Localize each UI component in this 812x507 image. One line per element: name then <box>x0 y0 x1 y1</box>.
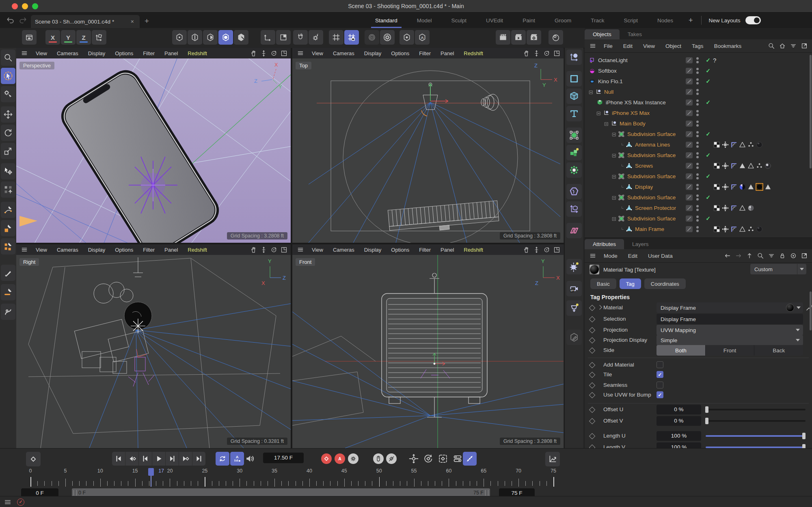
tree-item-iphone-xs-max-instance[interactable]: iPhone XS Max Instance✓ <box>585 97 810 108</box>
chevron-down-icon[interactable] <box>797 264 806 274</box>
goto-start-button[interactable] <box>112 452 125 466</box>
objects-menu-view[interactable]: View <box>638 43 660 49</box>
tag-dots-icon[interactable] <box>747 141 755 149</box>
viewport-menu-icon[interactable] <box>296 50 304 56</box>
viewport-menu-panel[interactable]: Panel <box>160 50 183 56</box>
length-u-slider[interactable] <box>706 435 806 437</box>
snap-settings-button[interactable] <box>309 30 323 45</box>
collapse-icon[interactable] <box>604 121 609 126</box>
lock-panel-icon[interactable] <box>779 252 786 259</box>
visibility-dots-toggle[interactable] <box>696 173 699 179</box>
viewport-front[interactable]: ViewCamerasDisplayOptionsFilterPanelReds… <box>292 244 564 448</box>
viewport-menu-cameras[interactable]: Cameras <box>52 247 83 253</box>
collapse-icon[interactable] <box>612 174 616 179</box>
toggle-single-view-icon[interactable] <box>553 50 560 57</box>
keying-settings-button[interactable] <box>348 453 358 464</box>
previous-frame-button[interactable] <box>139 452 152 466</box>
add-null-object[interactable] <box>566 50 582 65</box>
playback-mode-button[interactable]: A <box>230 452 244 466</box>
tag-ball-sel-icon[interactable] <box>756 183 763 191</box>
dolly-view-icon[interactable] <box>260 246 267 253</box>
tag-ball-dark-icon[interactable] <box>756 225 763 233</box>
visibility-dots-toggle[interactable] <box>696 142 699 148</box>
asset-bucket-button[interactable] <box>22 30 37 45</box>
enabled-check-icon[interactable]: ✓ <box>703 99 713 106</box>
chevron-down-icon[interactable] <box>796 329 803 331</box>
key-scale-toggle[interactable] <box>438 453 448 464</box>
pan-view-icon[interactable] <box>250 50 257 57</box>
orbit-view-icon[interactable] <box>543 246 550 253</box>
animation-diamond-icon[interactable] <box>589 433 596 440</box>
orbit-view-icon[interactable] <box>270 50 277 57</box>
previous-key-button[interactable] <box>125 452 138 466</box>
tree-item-screen-protector[interactable]: Screen Protector <box>585 203 810 213</box>
spline-pen-tool[interactable] <box>1 202 15 218</box>
add-layout-button[interactable]: + <box>683 16 699 25</box>
range-grip-right[interactable] <box>485 490 488 496</box>
editor-enable-toggle[interactable] <box>686 142 693 148</box>
objects-menu-icon[interactable] <box>589 43 597 49</box>
tile-checkbox[interactable]: ✓ <box>657 371 663 378</box>
collapse-icon[interactable] <box>612 132 616 136</box>
editor-enable-toggle[interactable] <box>686 173 693 179</box>
key-pla-toggle[interactable] <box>463 452 477 466</box>
collapse-icon[interactable] <box>612 153 616 157</box>
tag-tri-solid-icon[interactable] <box>764 183 772 191</box>
find-tool[interactable] <box>1 50 15 66</box>
tab-takes[interactable]: Takes <box>620 29 650 39</box>
animation-diamond-icon[interactable] <box>589 305 596 311</box>
viewport-menu-icon[interactable] <box>20 50 28 56</box>
tree-item-main-frame[interactable]: Main Frame <box>585 224 810 234</box>
viewport-menu-view[interactable]: View <box>31 247 52 253</box>
snap-toggle-button[interactable] <box>293 30 308 45</box>
viewport-menu-filter[interactable]: Filter <box>138 247 160 253</box>
modeling-settings-button[interactable] <box>380 30 395 45</box>
coordinate-system-button[interactable] <box>92 30 106 45</box>
add-subdivision-surface[interactable] <box>566 127 582 143</box>
layout-tab-nodes[interactable]: Nodes <box>648 13 683 28</box>
tag-uv-icon[interactable] <box>713 183 721 191</box>
add-primitive-cube[interactable] <box>566 88 582 104</box>
add-deformer[interactable] <box>566 162 582 178</box>
animation-diamond-icon[interactable] <box>589 407 596 413</box>
slider-handle[interactable] <box>705 406 708 413</box>
viewport-right[interactable]: ViewCamerasDisplayOptionsFilterPanelReds… <box>16 244 291 448</box>
objects-menu-edit[interactable]: Edit <box>618 43 638 49</box>
live-selection-tool[interactable] <box>1 68 15 84</box>
tree-item-softbox[interactable]: Softbox✓ <box>585 65 810 76</box>
add-text-object[interactable] <box>566 106 582 121</box>
viewport-menu-options[interactable]: Options <box>386 50 414 56</box>
enabled-check-icon[interactable]: ✓ <box>703 194 713 201</box>
viewport-menu-panel[interactable]: Panel <box>160 247 183 253</box>
quantize-grid-button[interactable] <box>329 30 343 45</box>
selection-field[interactable]: Display Frame <box>657 314 803 324</box>
visibility-dots-toggle[interactable] <box>696 216 699 222</box>
track-selection-icon[interactable] <box>790 252 797 259</box>
attributes-menu-edit[interactable]: Edit <box>623 253 643 259</box>
preset-dropdown[interactable]: Custom <box>750 264 806 274</box>
document-tab[interactable]: Scene 03 - Sh...oom_0001.c4d * × <box>31 15 140 28</box>
tag-ball-blue-icon[interactable] <box>739 183 746 191</box>
layout-tab-model[interactable]: Model <box>407 13 442 28</box>
tag-uv-icon[interactable] <box>713 141 721 149</box>
tree-item-octanelight[interactable]: OctaneLight✓? <box>585 55 810 65</box>
home-view-icon[interactable] <box>779 42 786 50</box>
viewport-canvas-front[interactable]: Y X Z Front Grid Spacing : 3.2808 ft <box>292 255 564 448</box>
orbit-view-icon[interactable] <box>543 50 550 57</box>
undock-panel-icon[interactable] <box>801 42 808 50</box>
attributes-menu-mode[interactable]: Mode <box>598 253 623 259</box>
record-keyframe-button[interactable] <box>26 452 41 466</box>
tree-item-subdivision-surface[interactable]: Subdivision Surface✓ <box>585 171 810 181</box>
range-grip-left[interactable] <box>73 490 77 496</box>
visibility-dots-toggle[interactable] <box>696 184 699 190</box>
tag-uv-icon[interactable] <box>713 162 721 170</box>
tree-item-subdivision-surface[interactable]: Subdivision Surface✓ <box>585 129 810 139</box>
toggle-single-view-icon[interactable] <box>281 246 287 253</box>
layout-tab-paint[interactable]: Paint <box>513 13 545 28</box>
viewport-canvas-perspective[interactable]: X Y Z Perspective Grid Spacing : 3.2808 … <box>16 58 291 243</box>
pan-view-icon[interactable] <box>523 50 530 57</box>
editor-enable-toggle[interactable] <box>686 110 693 116</box>
viewport-menu-filter[interactable]: Filter <box>138 50 160 56</box>
next-frame-button[interactable] <box>166 452 179 466</box>
material-link-field[interactable]: Display Frame <box>657 302 803 313</box>
